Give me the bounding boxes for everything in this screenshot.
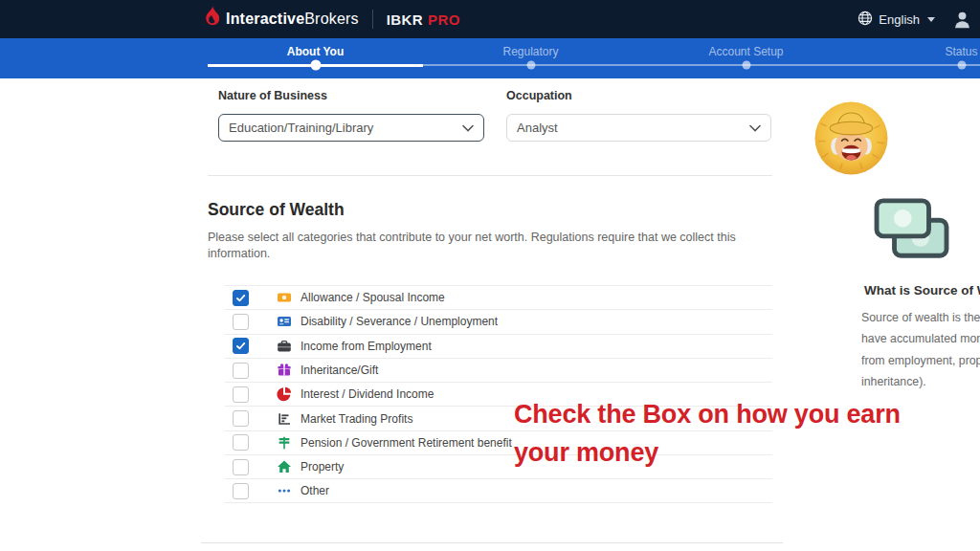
nature-of-business-value: Education/Training/Library: [229, 121, 373, 135]
source-of-wealth-description: Please select all categories that contri…: [208, 230, 763, 262]
progress-step[interactable]: Status: [854, 38, 980, 78]
step-label: Status: [854, 45, 980, 58]
step-dot-icon: [310, 60, 321, 71]
wealth-label: Pension / Government Retirement benefit: [301, 436, 512, 450]
progress-step[interactable]: About You: [208, 38, 423, 78]
wealth-checkbox[interactable]: [233, 314, 249, 330]
bottom-divider: [201, 542, 783, 543]
language-selector[interactable]: English: [858, 11, 935, 29]
wealth-row: Disability / Severance / Unemployment: [225, 309, 772, 333]
wealth-label: Income from Employment: [301, 340, 432, 353]
wealth-label: Property: [301, 460, 344, 474]
brand-name: InteractiveBrokers: [226, 11, 359, 28]
pie-chart-icon: [277, 386, 292, 402]
nature-of-business-select[interactable]: Education/Training/Library: [218, 114, 484, 142]
step-dot-icon: [742, 61, 750, 70]
ellipsis-icon: [277, 483, 292, 498]
step-dot-icon: [957, 61, 966, 70]
wealth-checkbox[interactable]: [233, 410, 249, 427]
flame-logo-icon: [201, 6, 219, 33]
id-card-icon: [277, 314, 292, 329]
banknote-icon: [277, 290, 292, 305]
progress-nav: About You Regulatory Account Setup Statu…: [0, 38, 980, 78]
language-label: English: [879, 12, 920, 27]
brand-logo[interactable]: InteractiveBrokers: [201, 6, 359, 33]
gift-icon: [277, 363, 292, 378]
occupation-label: Occupation: [506, 89, 572, 102]
wealth-row: Inheritance/Gift: [225, 358, 772, 382]
ibkr-registration-page: InteractiveBrokers IBKRPRO English: [0, 0, 980, 551]
nature-of-business-label: Nature of Business: [218, 89, 327, 102]
app-header: InteractiveBrokers IBKRPRO English: [0, 0, 980, 38]
wealth-checkbox[interactable]: [233, 483, 249, 499]
chevron-down-icon: [927, 17, 935, 22]
wealth-checkbox[interactable]: [233, 338, 249, 354]
briefcase-icon: [277, 339, 292, 354]
laughing-man-avatar: [814, 101, 888, 175]
section-divider: [208, 175, 772, 176]
chevron-down-icon: [749, 121, 761, 135]
wealth-row: Allowance / Spousal Income: [225, 285, 772, 309]
house-icon: [277, 459, 292, 474]
wealth-row: Other: [225, 478, 772, 502]
header-divider: [372, 10, 373, 29]
wealth-label: Allowance / Spousal Income: [301, 291, 445, 304]
annotation-text: Check the Box on how you earn your money: [514, 395, 949, 472]
user-account-button[interactable]: [952, 10, 972, 30]
progress-steps: About You Regulatory Account Setup Statu…: [208, 38, 980, 78]
wealth-label: Interest / Dividend Income: [301, 387, 434, 401]
step-label: Regulatory: [423, 45, 638, 58]
info-panel-heading: What is Source of W: [864, 283, 980, 298]
wealth-checkbox[interactable]: [233, 290, 249, 306]
step-dot-icon: [526, 61, 535, 70]
progress-step[interactable]: Account Setup: [638, 38, 854, 78]
wealth-checkbox[interactable]: [233, 459, 249, 475]
wealth-checkbox[interactable]: [233, 386, 249, 403]
wealth-row: Income from Employment: [225, 334, 772, 358]
step-label: About You: [208, 45, 423, 58]
source-of-wealth-title: Source of Wealth: [208, 200, 345, 220]
step-label: Account Setup: [638, 45, 854, 58]
wealth-label: Inheritance/Gift: [301, 364, 378, 377]
wealth-checkbox[interactable]: [233, 434, 249, 451]
signpost-icon: [277, 435, 292, 451]
wealth-label: Disability / Severance / Unemployment: [301, 315, 498, 328]
bar-chart-icon: [277, 411, 292, 427]
occupation-select[interactable]: Analyst: [506, 114, 771, 142]
banknotes-graphic: [866, 195, 958, 264]
progress-step[interactable]: Regulatory: [423, 38, 638, 78]
product-badge: IBKRPRO: [387, 11, 460, 28]
occupation-value: Analyst: [517, 121, 558, 135]
info-panel-text: Source of wealth is the vhave accumulate…: [861, 307, 980, 393]
chevron-down-icon: [462, 121, 474, 135]
wealth-checkbox[interactable]: [233, 363, 249, 379]
globe-icon: [858, 11, 873, 29]
wealth-label: Market Trading Profits: [301, 412, 412, 426]
wealth-label: Other: [301, 484, 329, 497]
